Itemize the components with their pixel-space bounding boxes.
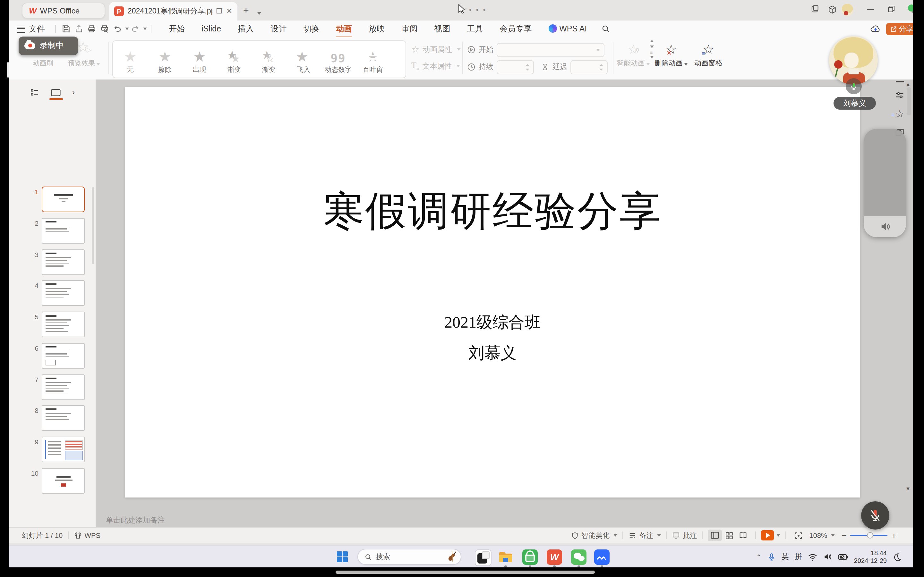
- zoom-out-button[interactable]: −: [841, 530, 846, 540]
- tab-close-icon[interactable]: ✕: [226, 7, 232, 15]
- effect-star-outline[interactable]: ★无: [113, 41, 148, 77]
- save-icon[interactable]: [60, 23, 73, 35]
- start-dropdown[interactable]: [497, 43, 604, 57]
- slide-subtitle-name[interactable]: 刘慕义: [125, 342, 860, 364]
- effect-star-double[interactable]: ★★渐变: [217, 41, 252, 77]
- search-icon[interactable]: [599, 23, 612, 35]
- slide-1[interactable]: 寒假调研经验分享 2021级综合班 刘慕义: [125, 87, 860, 498]
- speaker-icon[interactable]: [823, 553, 832, 561]
- redo-icon[interactable]: [129, 23, 142, 35]
- tab-审阅[interactable]: 审阅: [393, 21, 426, 37]
- smart-animation-button[interactable]: ☆ϙ 智能动画: [615, 40, 651, 68]
- windows-start-button[interactable]: [337, 551, 348, 562]
- tab-window-icon[interactable]: ❐: [216, 7, 223, 15]
- notes-placeholder[interactable]: 单击此处添加备注: [106, 516, 165, 525]
- tab-视图[interactable]: 视图: [426, 21, 459, 37]
- tab-插入[interactable]: 插入: [229, 21, 262, 37]
- tab-iSlide[interactable]: iSlide: [193, 22, 229, 36]
- slideshow-play-button[interactable]: [761, 530, 774, 540]
- zoom-in-button[interactable]: +: [892, 530, 897, 540]
- zoom-slider[interactable]: [851, 535, 888, 536]
- taskbar-search[interactable]: 搜索: [357, 549, 461, 565]
- app-wechat[interactable]: [571, 550, 586, 565]
- ime-pinyin-indicator[interactable]: 拼: [795, 552, 802, 562]
- window-layout-icon[interactable]: [811, 5, 819, 13]
- collapse-minus-icon[interactable]: [895, 81, 904, 83]
- wifi-icon[interactable]: [808, 553, 817, 561]
- slide-sorter-view-button[interactable]: [722, 530, 736, 541]
- effect-star-double-alt[interactable]: ★☆渐变: [252, 41, 286, 77]
- smart-beautify-button[interactable]: 智能美化: [571, 530, 617, 540]
- slide-view-icon[interactable]: [50, 88, 61, 97]
- mute-mic-button[interactable]: [861, 501, 889, 530]
- text-properties-button[interactable]: T๏ 文本属性: [411, 58, 460, 74]
- animation-pane-button[interactable]: ☆≡ 动画窗格: [691, 40, 726, 68]
- canvas-scrollbar[interactable]: [907, 87, 911, 115]
- cloud-sync-icon[interactable]: [870, 24, 881, 33]
- tab-切换[interactable]: 切换: [295, 21, 328, 37]
- app-center-icon[interactable]: [828, 5, 837, 14]
- slide-thumbnail-1[interactable]: [42, 187, 85, 212]
- normal-view-button[interactable]: [708, 530, 722, 541]
- app-file-explorer[interactable]: [498, 550, 513, 565]
- restore-button[interactable]: [887, 5, 895, 13]
- toolbar-more-dropdown[interactable]: [143, 27, 147, 30]
- tray-expand-icon[interactable]: ⌃: [756, 553, 762, 560]
- panel-speaker-icon[interactable]: [879, 222, 890, 231]
- undo-icon[interactable]: [111, 23, 124, 35]
- hamburger-icon[interactable]: [17, 25, 25, 32]
- app-snipping-window[interactable]: [475, 550, 491, 566]
- outline-view-icon[interactable]: [30, 88, 39, 97]
- slide-thumbnail-8[interactable]: [42, 406, 85, 431]
- app-voov-meeting[interactable]: ᨓ: [594, 550, 610, 565]
- account-avatar[interactable]: [841, 4, 853, 16]
- animation-properties-button[interactable]: ☆ 动画属性: [411, 41, 460, 58]
- comment-button[interactable]: 批注: [672, 530, 697, 540]
- scroll-down-icon[interactable]: ▼: [905, 486, 911, 492]
- effects-star-icon[interactable]: ☆≡: [895, 108, 905, 120]
- document-tab[interactable]: P 20241201寒假调研分享.pptx ❐ ✕: [109, 2, 237, 21]
- tab-设计[interactable]: 设计: [262, 21, 295, 37]
- tab-WPS AI[interactable]: WPS AI: [540, 22, 595, 36]
- presenter-webcam[interactable]: [829, 36, 878, 85]
- slide-thumbnail-3[interactable]: [42, 249, 85, 275]
- close-sync-indicator[interactable]: ✕: [908, 5, 913, 15]
- tab-放映[interactable]: 放映: [360, 21, 393, 37]
- effect-star[interactable]: ★擦除: [148, 41, 182, 77]
- duration-spinner[interactable]: [497, 60, 534, 74]
- effect-star-flyin[interactable]: ★↑飞入: [286, 41, 321, 77]
- settings-sliders-icon[interactable]: [895, 91, 904, 99]
- do-not-disturb-moon-icon[interactable]: [893, 552, 901, 561]
- effect-digits-99[interactable]: 99动态数字: [321, 41, 355, 77]
- ime-english-indicator[interactable]: 英: [782, 552, 789, 562]
- app-wps-office[interactable]: W: [547, 550, 562, 565]
- undo-dropdown[interactable]: [125, 27, 129, 30]
- clock[interactable]: 18:44 2024-12-29: [854, 549, 887, 564]
- print-icon[interactable]: [86, 23, 98, 35]
- slide-thumbnail-10[interactable]: [42, 468, 85, 494]
- tab-会员专享[interactable]: 会员专享: [491, 21, 540, 37]
- slide-subtitle-class[interactable]: 2021级综合班: [125, 311, 860, 333]
- slide-thumbnail-5[interactable]: [42, 311, 85, 337]
- export-icon[interactable]: [73, 23, 86, 35]
- fit-slide-button[interactable]: [791, 530, 805, 541]
- minimize-button[interactable]: [867, 8, 874, 10]
- slide-thumbnail-9[interactable]: [42, 437, 85, 462]
- notes-button[interactable]: 备注: [628, 530, 661, 540]
- tab-动画[interactable]: 动画: [328, 21, 360, 37]
- effect-star-burst[interactable]: ★出现: [182, 41, 217, 77]
- slide-title[interactable]: 寒假调研经验分享: [125, 183, 860, 239]
- slide-thumbnail-2[interactable]: [42, 218, 85, 243]
- share-button[interactable]: 分享: [886, 23, 913, 35]
- collapse-panel-icon[interactable]: ›: [72, 88, 75, 97]
- zoom-slider-knob[interactable]: [867, 532, 874, 538]
- slide-thumbnail-6[interactable]: [42, 343, 85, 369]
- delete-animation-button[interactable]: ☆✕ 删除动画: [653, 40, 689, 68]
- effect-star-blinds[interactable]: ★百叶窗: [355, 41, 390, 77]
- webcam-mic-badge[interactable]: [846, 78, 862, 94]
- tab-工具[interactable]: 工具: [459, 21, 491, 37]
- zoom-level[interactable]: 108%: [809, 532, 835, 539]
- slide-thumbnail-7[interactable]: [42, 374, 85, 400]
- wps-home-tab[interactable]: W WPS Office: [22, 3, 105, 19]
- new-tab-button[interactable]: +: [243, 5, 249, 15]
